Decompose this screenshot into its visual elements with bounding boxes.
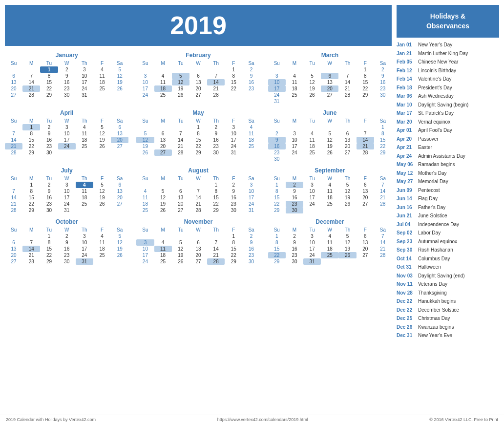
calendar-day: 4 bbox=[93, 66, 111, 73]
calendar-day: 4 bbox=[154, 239, 172, 246]
calendar-day: 10 bbox=[76, 73, 93, 79]
footer-left: 2019 Calendar with Holidays by Vertex42.… bbox=[6, 417, 96, 422]
calendar-day: 4 bbox=[154, 73, 172, 79]
calendar-day: 2 bbox=[242, 66, 260, 73]
calendar-day bbox=[93, 92, 111, 98]
calendar-day: 17 bbox=[303, 246, 321, 252]
calendar-day: 13 bbox=[5, 246, 22, 252]
holiday-item: Jun 14Flag Day bbox=[397, 194, 499, 203]
calendar-day: 25 bbox=[93, 252, 111, 258]
day-header: Th bbox=[338, 118, 356, 124]
calendar-day: 22 bbox=[357, 85, 374, 92]
holiday-name: Halloween bbox=[418, 263, 441, 271]
holiday-item: Sep 30Rosh Hashanah bbox=[397, 246, 499, 254]
calendar-day: 1 bbox=[225, 233, 242, 239]
holiday-item: Apr 21Easter bbox=[397, 143, 499, 152]
calendar-day: 9 bbox=[40, 188, 58, 194]
month-table: SuMTuWThFSa12345678910111213141516171819… bbox=[136, 118, 260, 156]
calendar-day bbox=[303, 66, 321, 73]
calendar-day: 28 bbox=[374, 201, 392, 207]
calendar-day: 16 bbox=[242, 79, 260, 85]
calendar-day: 1 bbox=[207, 182, 225, 188]
holiday-name: President's Day bbox=[418, 84, 452, 92]
holiday-item: May 27Memorial Day bbox=[397, 177, 499, 186]
day-header: Tu bbox=[40, 118, 58, 124]
calendar-day: 30 bbox=[374, 92, 392, 98]
calendar-day: 14 bbox=[374, 239, 392, 246]
calendar-day: 14 bbox=[189, 194, 207, 201]
holiday-name: Veterans Day bbox=[418, 280, 447, 288]
calendar-day: 27 bbox=[189, 92, 207, 98]
holiday-name: April Fool's Day bbox=[418, 127, 452, 134]
calendar-day: 24 bbox=[303, 252, 321, 258]
calendar-day: 21 bbox=[5, 143, 22, 149]
calendar-day: 3 bbox=[242, 182, 260, 188]
footer: 2019 Calendar with Holidays by Vertex42.… bbox=[0, 415, 504, 424]
holiday-date: Apr 20 bbox=[397, 135, 415, 143]
calendar-day: 29 bbox=[40, 92, 58, 98]
calendar-day: 5 bbox=[136, 130, 154, 137]
holiday-date: Jun 21 bbox=[397, 212, 415, 220]
calendar-day: 8 bbox=[189, 130, 207, 137]
calendar-day: 23 bbox=[40, 201, 58, 207]
holiday-item: Dec 22Hanukkah begins bbox=[397, 297, 499, 306]
holiday-date: Mar 17 bbox=[397, 109, 415, 117]
calendar-day: 7 bbox=[207, 239, 225, 246]
holiday-date: Feb 14 bbox=[397, 75, 415, 83]
calendar-day: 26 bbox=[172, 258, 189, 265]
month-block-april: AprilSuMTuWThFSa123456789101112131415161… bbox=[5, 109, 128, 162]
calendar-day bbox=[357, 258, 374, 265]
holiday-list: Jan 01New Year's DayJan 21Martin Luther … bbox=[397, 41, 499, 340]
calendar-day: 18 bbox=[76, 194, 93, 201]
holiday-date: Jan 21 bbox=[397, 50, 415, 58]
calendar-day: 8 bbox=[268, 239, 286, 246]
calendar-day: 29 bbox=[268, 258, 286, 265]
calendar-day: 3 bbox=[76, 233, 93, 239]
calendar-day: 1 bbox=[22, 124, 40, 130]
day-header: Th bbox=[76, 227, 93, 233]
holiday-item: May 06Ramadan begins bbox=[397, 160, 499, 169]
calendar-day: 3 bbox=[303, 182, 321, 188]
calendar-day bbox=[303, 156, 321, 162]
calendar-day: 24 bbox=[76, 85, 93, 92]
calendar-day: 17 bbox=[76, 79, 93, 85]
calendar-day: 29 bbox=[207, 207, 225, 213]
day-header: W bbox=[58, 227, 76, 233]
day-header: Sa bbox=[242, 227, 260, 233]
calendar-day: 28 bbox=[5, 149, 22, 156]
holiday-name: Daylight Saving (begin) bbox=[418, 101, 468, 109]
calendar-day bbox=[136, 182, 154, 188]
calendar-day: 17 bbox=[76, 246, 93, 252]
calendar-day: 24 bbox=[136, 258, 154, 265]
calendar-day bbox=[321, 66, 338, 73]
calendar-day: 1 bbox=[357, 66, 374, 73]
day-header: Tu bbox=[303, 60, 321, 66]
calendar-day: 11 bbox=[154, 246, 172, 252]
calendar-day: 11 bbox=[303, 137, 321, 143]
calendar-day: 28 bbox=[338, 92, 356, 98]
holiday-date: Jul 04 bbox=[397, 221, 415, 229]
calendar-day: 14 bbox=[207, 246, 225, 252]
calendar-day bbox=[321, 98, 338, 105]
holiday-date: Jun 16 bbox=[397, 204, 415, 212]
calendar-day bbox=[136, 233, 154, 239]
calendar-day: 18 bbox=[303, 143, 321, 149]
calendar-day bbox=[321, 207, 338, 213]
holiday-item: Mar 10Daylight Saving (begin) bbox=[397, 101, 499, 109]
holiday-name: Martin Luther King Day bbox=[418, 50, 468, 58]
calendar-day: 5 bbox=[172, 73, 189, 79]
calendar-day: 6 bbox=[189, 239, 207, 246]
month-title: December bbox=[268, 218, 392, 225]
holiday-name: December Solstice bbox=[418, 306, 459, 314]
holiday-date: May 27 bbox=[397, 178, 415, 186]
calendar-day: 22 bbox=[40, 85, 58, 92]
calendar-day: 1 bbox=[40, 233, 58, 239]
month-table: SuMTuWThFSa12345678910111213141516171819… bbox=[5, 60, 128, 98]
calendar-day: 16 bbox=[40, 137, 58, 143]
calendar-day: 25 bbox=[76, 201, 93, 207]
calendar-day: 4 bbox=[136, 188, 154, 194]
calendar-day: 26 bbox=[93, 201, 111, 207]
calendar-day: 18 bbox=[154, 85, 172, 92]
day-header: Sa bbox=[111, 175, 128, 182]
footer-center: https://www.vertex42.com/calendars/2019.… bbox=[217, 417, 308, 422]
